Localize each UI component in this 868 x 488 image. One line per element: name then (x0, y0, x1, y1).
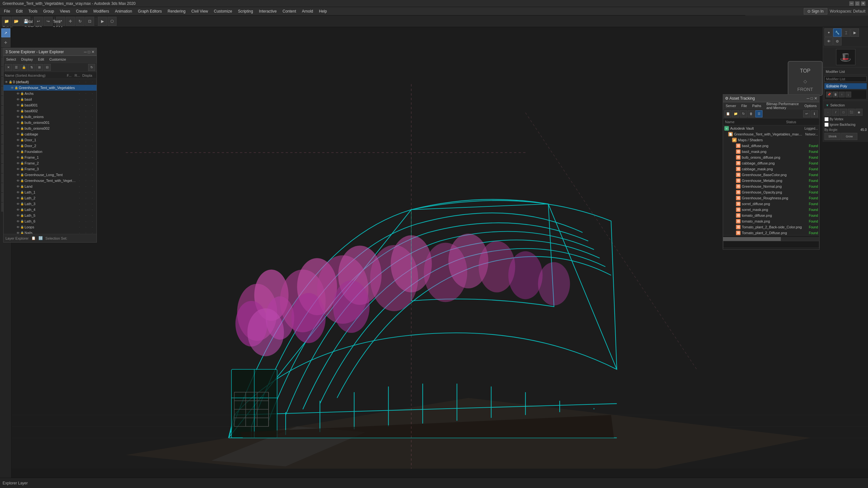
se-eye-icon[interactable]: 👁 (17, 225, 20, 229)
at-list-item[interactable]: 🖼cabbage_diffuse.pngFound (723, 160, 819, 166)
at-item-list[interactable]: VAutodesk VaultLogged...📄Greenhouse_Tent… (723, 126, 819, 235)
se-eye-icon[interactable]: 👁 (5, 80, 8, 84)
toolbar-render[interactable]: ▶ (98, 17, 107, 26)
se-menu-display[interactable]: Display (19, 57, 35, 61)
se-eye-icon[interactable]: 👁 (17, 115, 20, 119)
se-eye-icon[interactable]: 👁 (17, 208, 20, 212)
se-menu-edit[interactable]: Edit (35, 57, 47, 61)
at-btn-1[interactable]: 📋 (724, 110, 732, 118)
at-menu-bitmap[interactable]: Bitmap Performance and Memory (764, 102, 802, 110)
se-eye-icon[interactable]: 👁 (17, 173, 20, 177)
menu-item-scripting[interactable]: Scripting (235, 8, 256, 14)
shrink-button[interactable]: Shrink (825, 133, 841, 140)
at-list-item[interactable]: 📁Maps / Shaders (723, 137, 819, 143)
at-list-item[interactable]: 🖼bulb_onions_diffuse.pngFound (723, 155, 819, 160)
at-restore[interactable]: □ (810, 96, 813, 101)
se-eye-icon[interactable]: 👁 (17, 231, 20, 234)
rp-motion-btn[interactable]: ▶ (850, 28, 859, 37)
se-lock-icon[interactable]: 🔒 (20, 103, 24, 107)
se-list-item[interactable]: 👁🔒bulb_onions002··· (4, 126, 96, 131)
se-list-item[interactable]: 👁🔒Frame_1··· (4, 155, 96, 160)
at-menu-server[interactable]: Server (723, 104, 739, 108)
toolbar-rotate[interactable]: ↻ (75, 17, 85, 26)
by-vertex-checkbox[interactable] (825, 117, 829, 121)
se-lock-icon[interactable]: 🔒 (20, 156, 24, 159)
se-list-item[interactable]: 👁🔒Nails··· (4, 230, 96, 234)
se-btn-expand[interactable]: ⊞ (36, 64, 43, 71)
se-list-item[interactable]: 👁🔒basil··· (4, 96, 96, 102)
menu-item-civil-view[interactable]: Civil View (189, 8, 211, 14)
menu-item-modifiers[interactable]: Modifiers (91, 8, 112, 14)
se-lock-icon[interactable]: 🔒 (9, 80, 12, 84)
close-button[interactable]: ✕ (861, 1, 865, 6)
rp-modify-btn[interactable]: 🔧 (833, 28, 841, 37)
se-lock-icon[interactable]: 🔒 (20, 220, 24, 223)
modifier-move-down-btn[interactable]: ↓ (845, 92, 851, 97)
se-list-item[interactable]: 👁🔒Greenhouse_Tent_with_Vegetables··· (4, 178, 96, 184)
se-btn-sync[interactable]: ↻ (88, 64, 95, 71)
se-lock-icon[interactable]: 🔒 (20, 92, 24, 95)
at-btn-4[interactable]: 🗑 (748, 110, 755, 118)
left-btn-move[interactable]: ✛ (1, 38, 10, 47)
at-list-item[interactable]: 🖼tomato_mask.pngFound (723, 218, 819, 224)
sel-element-btn[interactable]: ◉ (856, 109, 863, 116)
window-controls[interactable]: ─ □ ✕ (849, 1, 865, 6)
se-lock-icon[interactable]: 🔒 (20, 185, 24, 188)
se-list-item[interactable]: 👁🔒Frame_3··· (4, 166, 96, 172)
se-eye-icon[interactable]: 👁 (17, 121, 20, 125)
scene-explorer-restore[interactable]: □ (88, 50, 90, 54)
se-lock-icon[interactable]: 🔒 (20, 150, 24, 153)
se-lock-icon[interactable]: 🔒 (20, 167, 24, 171)
se-btn-lock[interactable]: 🔒 (20, 64, 27, 71)
at-list-item[interactable]: VAutodesk VaultLogged... (723, 126, 819, 131)
scene-explorer-minimize[interactable]: ─ (84, 50, 87, 54)
se-btn-layer[interactable]: ☰ (12, 64, 20, 71)
se-lock-icon[interactable]: 🔒 (20, 162, 24, 165)
menu-item-group[interactable]: Group (41, 8, 57, 14)
se-lock-icon[interactable]: 🔒 (20, 173, 24, 176)
sel-poly-btn[interactable]: ⬛ (848, 109, 855, 116)
menu-item-content[interactable]: Content (280, 8, 299, 14)
menu-item-interactive[interactable]: Interactive (256, 8, 279, 14)
at-list-item[interactable]: 📄Greenhouse_Tent_with_Vegetables_max_vra… (723, 131, 819, 137)
sel-border-btn[interactable]: □ (840, 109, 847, 116)
se-eye-icon[interactable]: 👁 (17, 179, 20, 183)
se-lock-icon[interactable]: 🔒 (20, 202, 24, 205)
at-btn-5[interactable]: ☰ (755, 110, 763, 118)
se-list-item[interactable]: 👁🔒0 (default)··· (4, 79, 96, 85)
ignore-backfacing-checkbox[interactable] (825, 123, 829, 127)
se-list-item[interactable]: 👁🔒Lath_5··· (4, 213, 96, 218)
se-eye-icon[interactable]: 👁 (17, 162, 20, 165)
se-eye-icon[interactable]: 👁 (17, 202, 20, 206)
at-horizontal-scrollbar[interactable] (723, 237, 819, 241)
se-eye-icon[interactable]: 👁 (17, 133, 20, 136)
toolbar-scale[interactable]: ⊡ (85, 17, 94, 26)
at-list-item[interactable]: 🖼Greenhouse_Normal.pngFound (723, 184, 819, 189)
se-lock-icon[interactable]: 🔒 (20, 214, 24, 217)
at-list-item[interactable]: 🖼Greenhouse_Opacity.pngFound (723, 189, 819, 195)
at-menu-file[interactable]: File (739, 104, 749, 108)
se-lock-icon[interactable]: 🔒 (14, 86, 18, 89)
rp-hierarchy-btn[interactable]: ⌶ (842, 28, 850, 37)
at-menu-options[interactable]: Options (802, 104, 819, 108)
modifier-list-input[interactable] (825, 76, 867, 82)
sel-edge-btn[interactable]: / (832, 109, 839, 116)
sign-in-button[interactable]: ⊙ Sign In (804, 8, 827, 14)
se-eye-icon[interactable]: 👁 (17, 109, 20, 113)
modifier-delete-btn[interactable]: 🗑 (833, 92, 838, 97)
se-lock-icon[interactable]: 🔒 (20, 109, 24, 112)
at-list-item[interactable]: 🖼basil_diffuse.pngFound (723, 143, 819, 149)
at-list-item[interactable]: 🖼sorrel_mask.pngFound (723, 207, 819, 213)
maximize-button[interactable]: □ (855, 1, 860, 6)
rp-create-btn[interactable]: ✦ (825, 28, 833, 37)
se-lock-icon[interactable]: 🔒 (20, 208, 24, 211)
modifier-pin-btn[interactable]: 📌 (826, 92, 832, 97)
se-list-item[interactable]: 👁🔒Lath_4··· (4, 207, 96, 213)
se-list-item[interactable]: 👁🔒basil001··· (4, 102, 96, 108)
at-list-item[interactable]: 🖼Tomato_plant_2_Diffuse.pngFound (723, 230, 819, 235)
se-eye-icon[interactable]: 👁 (17, 144, 20, 148)
se-list-item[interactable]: 👁🔒Greenhouse_Long_Tent··· (4, 172, 96, 178)
se-eye-icon[interactable]: 👁 (17, 167, 20, 171)
se-lock-icon[interactable]: 🔒 (20, 196, 24, 200)
at-list-item[interactable]: 🖼tomato_diffuse.pngFound (723, 213, 819, 218)
